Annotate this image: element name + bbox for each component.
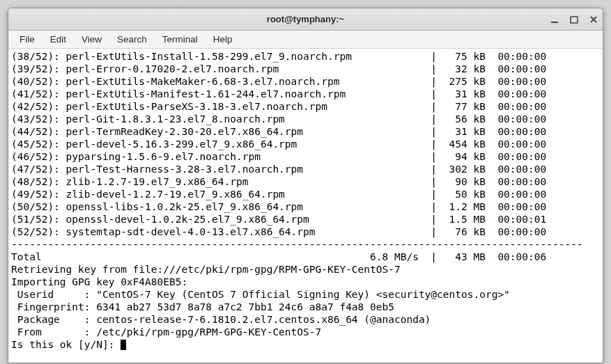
- terminal-output[interactable]: (38/52): perl-ExtUtils-Install-1.58-299.…: [8, 49, 603, 363]
- menu-view[interactable]: View: [75, 32, 109, 47]
- menu-search[interactable]: Search: [110, 32, 154, 47]
- window-title: root@tymphany:~: [267, 14, 344, 24]
- menu-edit[interactable]: Edit: [43, 32, 73, 47]
- menubar: File Edit View Search Terminal Help: [8, 31, 603, 49]
- terminal-window: root@tymphany:~ File Edit View Search Te…: [8, 8, 603, 363]
- prompt-text: Is this ok [y/N]:: [11, 339, 121, 350]
- menu-help[interactable]: Help: [206, 32, 240, 47]
- cursor-icon: [121, 340, 126, 350]
- maximize-button[interactable]: [569, 15, 579, 24]
- window-controls: [550, 8, 598, 30]
- titlebar: root@tymphany:~: [8, 8, 603, 31]
- svg-rect-1: [571, 17, 578, 23]
- menu-file[interactable]: File: [13, 32, 42, 47]
- close-button[interactable]: [589, 15, 598, 24]
- minimize-button[interactable]: [550, 15, 559, 24]
- menu-terminal[interactable]: Terminal: [155, 32, 205, 47]
